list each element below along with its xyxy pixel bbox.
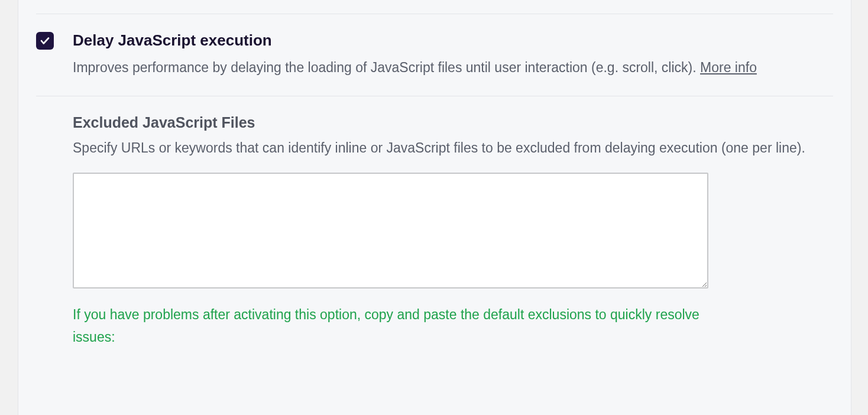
page-outer: Delay JavaScript execution Improves perf… [0, 0, 868, 415]
leading-divider [36, 0, 833, 14]
delay-js-description: Improves performance by delaying the loa… [73, 57, 833, 79]
delay-js-row: Delay JavaScript execution Improves perf… [36, 31, 833, 79]
delay-js-section: Delay JavaScript execution Improves perf… [36, 14, 833, 96]
settings-card: Delay JavaScript execution Improves perf… [18, 0, 851, 415]
excluded-js-description: Specify URLs or keywords that can identi… [73, 137, 833, 160]
excluded-js-section: Excluded JavaScript Files Specify URLs o… [36, 96, 833, 349]
excluded-js-hint: If you have problems after activating th… [73, 304, 699, 349]
delay-js-content: Delay JavaScript execution Improves perf… [73, 31, 833, 79]
delay-js-checkbox[interactable] [36, 32, 54, 50]
excluded-js-title: Excluded JavaScript Files [73, 114, 833, 131]
excluded-js-textarea[interactable] [73, 173, 708, 288]
more-info-link[interactable]: More info [700, 60, 757, 75]
delay-js-description-text: Improves performance by delaying the loa… [73, 60, 700, 75]
delay-js-checkbox-wrap [36, 31, 54, 50]
check-icon [40, 35, 50, 46]
delay-js-title: Delay JavaScript execution [73, 31, 833, 51]
